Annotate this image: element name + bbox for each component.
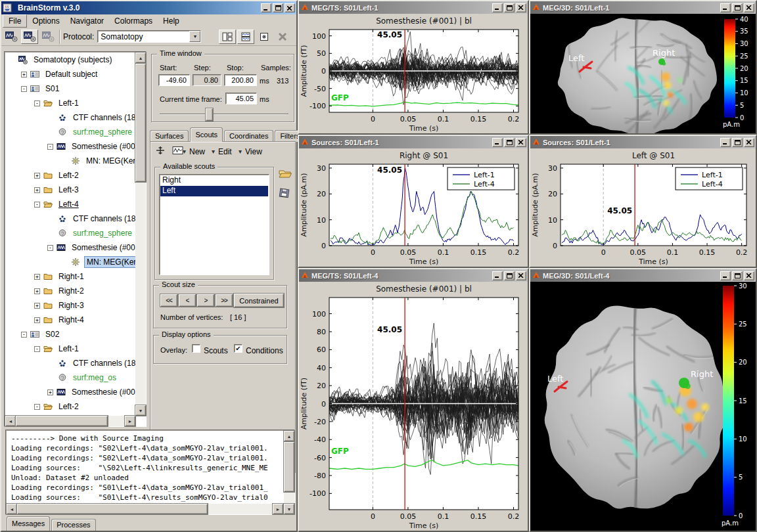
tree-item-mn-meg-kernel[interactable]: MN: MEG(Kernel)	[5, 154, 135, 168]
expand-icon[interactable]: +	[34, 187, 40, 193]
collapse-icon[interactable]: -	[34, 404, 40, 410]
scout-size-shrink-button[interactable]: <	[179, 294, 196, 307]
figure-minimize-button[interactable]	[492, 138, 503, 147]
checkbox-conditions[interactable]: ✔	[234, 344, 242, 353]
tree-item-somesthesie-001-b[interactable]: -Somesthesie (#001) | b	[5, 240, 135, 255]
brain-3d-view[interactable]: LeftRight051015202530pA.m	[530, 282, 756, 531]
figure-titlebar[interactable]: MEG/TS: S01/Left-4	[299, 269, 528, 282]
tab-surfaces[interactable]: Surfaces	[150, 130, 189, 142]
figure-close-button[interactable]	[516, 3, 526, 12]
scout-size-grow-button[interactable]: >	[197, 294, 214, 307]
tree-item-mn-meg-kernel[interactable]: MN: MEG(Kernel)	[5, 255, 135, 269]
figure-maximize-button[interactable]	[732, 271, 743, 280]
expand-icon[interactable]: +	[34, 173, 40, 179]
stop-input[interactable]	[224, 74, 257, 86]
figure-minimize-button[interactable]	[492, 3, 503, 12]
figure-close-button[interactable]	[516, 271, 526, 280]
expand-icon[interactable]: +	[34, 288, 40, 294]
menu-colormaps[interactable]: Colormaps	[109, 15, 158, 27]
figure-maximize-button[interactable]	[732, 3, 743, 12]
timeseries-chart[interactable]: 00.050.10.150.20102030Right @ S01Time (s…	[299, 148, 528, 267]
collapse-icon[interactable]: -	[34, 346, 40, 352]
close-figure-icon[interactable]	[256, 30, 273, 44]
expand-icon[interactable]: +	[47, 389, 53, 395]
tree-item-ctf-channels-181[interactable]: CTF channels (181)	[5, 356, 135, 370]
layout-columns-icon[interactable]	[219, 30, 236, 44]
time-slider-track[interactable]	[160, 114, 288, 115]
figure-minimize-button[interactable]	[720, 3, 731, 12]
tab-messages[interactable]: Messages	[7, 516, 50, 531]
figure-maximize-button[interactable]	[504, 271, 515, 280]
menu-file[interactable]: File	[3, 14, 27, 28]
tree-item-left-3[interactable]: +Left-3	[5, 183, 135, 197]
save-scout-icon[interactable]	[279, 188, 292, 198]
scroll-right-icon[interactable]: ►	[273, 504, 283, 514]
close-all-icon[interactable]	[274, 30, 291, 44]
figure-close-button[interactable]	[744, 271, 754, 280]
figure-titlebar[interactable]: Sources: S01/Left-1	[299, 136, 528, 148]
database-gear-icon[interactable]	[3, 30, 20, 44]
start-input[interactable]	[158, 74, 190, 86]
brain-3d-view[interactable]: LeftRight0510152025303540pA.m	[530, 14, 756, 133]
tree-item-ctf-channels-182[interactable]: CTF channels (182)	[5, 110, 135, 125]
constrained-button[interactable]: Constrained	[234, 294, 284, 307]
tree-item-left-2[interactable]: -Left-2	[5, 399, 135, 414]
scout-item-left[interactable]: Left	[160, 186, 268, 196]
figure-close-button[interactable]	[744, 138, 754, 147]
collapse-icon[interactable]: -	[21, 86, 27, 92]
chevron-down-icon[interactable]: ▼	[189, 31, 200, 42]
menu-options[interactable]: Options	[27, 15, 64, 27]
figure-titlebar[interactable]: MEG/TS: S01/Left-1	[299, 1, 528, 14]
add-scout-icon[interactable]	[155, 146, 170, 158]
tree-item-surf-meg-sphere[interactable]: surf:meg_sphere	[5, 125, 135, 139]
expand-icon[interactable]: +	[34, 303, 40, 309]
figure-close-button[interactable]	[744, 3, 754, 12]
tree-item-somesthesie-001-b[interactable]: -Somesthesie (#001) | b	[5, 139, 135, 154]
figure-titlebar[interactable]: MEG/3D: S01/Left-1	[530, 1, 756, 14]
tree-item-right-3[interactable]: +Right-3	[5, 298, 135, 313]
scouts-menu-edit[interactable]: Edit	[218, 147, 232, 156]
scouts-menu-view[interactable]: View	[245, 147, 262, 156]
menu-help[interactable]: Help	[158, 15, 185, 27]
tab-scouts[interactable]: Scouts	[190, 127, 223, 142]
tree-item-s02[interactable]: -S02	[5, 327, 135, 342]
tree-item-left-1[interactable]: -Left-1	[5, 342, 135, 356]
tab-coordinates[interactable]: Coordinates	[224, 130, 273, 142]
scout-size-shrink-more-button[interactable]: <<	[160, 294, 177, 307]
main-titlebar[interactable]: BrainStorm v.3.0	[1, 1, 296, 14]
collapse-icon[interactable]: -	[47, 245, 53, 251]
tree-item-somatotopy-subjects[interactable]: Somatotopy (subjects)	[5, 53, 135, 67]
scroll-up-icon[interactable]: ▲	[135, 53, 146, 63]
scroll-right-icon[interactable]: ►	[125, 416, 135, 426]
subjects-view-icon[interactable]	[21, 30, 38, 44]
tree-item-right-1[interactable]: +Right-1	[5, 269, 135, 284]
scroll-left-icon[interactable]: ◄	[5, 416, 16, 426]
functional-view-icon[interactable]	[39, 30, 57, 44]
scouts-menu-new[interactable]: New	[189, 147, 205, 156]
timeseries-chart[interactable]: GFP00.050.10.150.2-100-50050100Somesthes…	[299, 14, 528, 133]
figure-maximize-button[interactable]	[504, 3, 515, 12]
scroll-down-icon[interactable]: ▼	[135, 405, 146, 416]
tree-hscroll-thumb[interactable]	[16, 416, 108, 426]
tree-vscroll-thumb[interactable]	[135, 64, 146, 182]
scout-item-right[interactable]: Right	[160, 175, 268, 186]
scroll-down-icon[interactable]: ▼	[284, 504, 294, 514]
tree-item-surf-meg-sphere[interactable]: surf:meg_sphere	[5, 226, 135, 240]
collapse-icon[interactable]: -	[47, 144, 53, 150]
current-time-input[interactable]	[225, 93, 257, 104]
tree-item-ctf-channels-182[interactable]: CTF channels (182)	[5, 211, 135, 226]
figure-maximize-button[interactable]	[732, 138, 743, 147]
tree-item-right-4[interactable]: +Right-4	[5, 313, 135, 327]
timeseries-chart[interactable]: GFP00.050.10.150.2-100-80-60-40-20020406…	[299, 282, 528, 531]
open-scout-file-icon[interactable]	[279, 168, 292, 179]
time-slider-thumb[interactable]	[206, 108, 213, 121]
figure-minimize-button[interactable]	[720, 138, 731, 147]
main-close-button[interactable]	[285, 3, 295, 12]
expand-icon[interactable]: +	[34, 274, 40, 280]
figure-maximize-button[interactable]	[504, 138, 515, 147]
figure-titlebar[interactable]: Sources: S01/Left-1	[530, 136, 756, 148]
expand-icon[interactable]: +	[34, 317, 40, 323]
step-input[interactable]	[193, 74, 221, 86]
figure-close-button[interactable]	[516, 138, 526, 147]
tree-item-left-2[interactable]: +Left-2	[5, 168, 135, 183]
